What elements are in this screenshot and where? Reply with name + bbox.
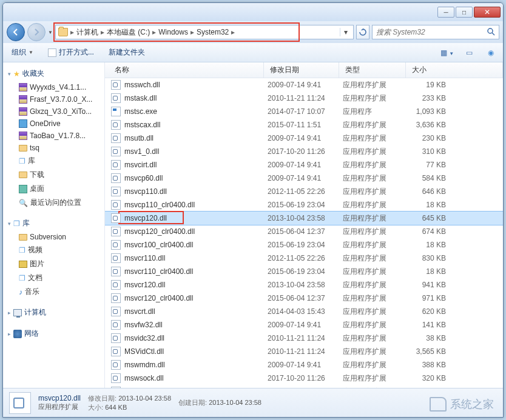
file-row[interactable]: msvcr110.dll 2012-11-05 22:26 应用程序扩展 830… <box>105 252 503 265</box>
breadcrumb-drive-c[interactable]: 本地磁盘 (C:) <box>107 27 150 38</box>
nav-history-dropdown[interactable]: ▼ <box>48 30 53 35</box>
sidebar-item[interactable]: Frasf_V3.7.0.0_X... <box>3 93 104 105</box>
file-size: 19 KB <box>410 81 451 89</box>
column-header-date[interactable]: 修改日期 <box>264 62 339 78</box>
back-button[interactable] <box>7 23 25 41</box>
star-icon: ★ <box>13 70 20 78</box>
file-row[interactable]: mstsc.exe 2014-07-17 10:07 应用程序 1,093 KB <box>105 105 503 118</box>
new-folder-button[interactable]: 新建文件夹 <box>105 45 149 59</box>
file-size: 645 KB <box>410 214 451 222</box>
column-header-type[interactable]: 类型 <box>339 62 406 78</box>
sidebar-item[interactable]: tsq <box>3 142 104 154</box>
column-header-name[interactable]: 名称 <box>105 62 264 78</box>
file-row[interactable]: msvcr100_clr0400.dll 2015-06-19 23:04 应用… <box>105 238 503 252</box>
refresh-button[interactable] <box>356 25 369 39</box>
breadcrumb-windows[interactable]: Windows <box>158 28 188 36</box>
file-row[interactable]: MSVidCtl.dll 2010-11-21 11:24 应用程序扩展 3,5… <box>105 345 503 358</box>
dll-icon <box>111 93 121 103</box>
column-header-size[interactable]: 大小 <box>406 62 503 78</box>
file-row[interactable]: msv1_0.dll 2017-10-20 11:26 应用程序扩展 310 K… <box>105 145 503 158</box>
forward-button[interactable] <box>27 23 46 41</box>
sidebar-network-header[interactable]: ▸ 网络 <box>3 326 104 341</box>
file-row[interactable]: mswmdm.dll 2009-07-14 9:41 应用程序扩展 388 KB <box>105 358 503 372</box>
file-size: 620 KB <box>410 307 451 316</box>
file-type: 应用程序扩展 <box>343 93 410 104</box>
sidebar-item[interactable]: Subversion <box>3 231 104 243</box>
titlebar: ─ □ ✕ <box>3 3 503 21</box>
chevron-right-icon[interactable]: ▸ <box>70 28 74 36</box>
organize-button[interactable]: 组织 ▼ <box>8 45 37 59</box>
sidebar-item[interactable]: ❐文档 <box>3 271 104 285</box>
help-button[interactable]: ◉ <box>484 48 498 57</box>
sidebar-item[interactable]: 🔍最近访问的位置 <box>3 196 104 210</box>
address-dropdown-button[interactable]: ▾ <box>340 28 351 36</box>
sidebar-libraries-header[interactable]: ▾ ❐ 库 <box>3 216 104 231</box>
sidebar-item[interactable]: 桌面 <box>3 182 104 196</box>
sidebar-item[interactable]: ❐库 <box>3 154 104 168</box>
dll-icon <box>111 280 121 290</box>
file-row[interactable]: msvcrt.dll 2014-04-03 15:43 应用程序扩展 620 K… <box>105 305 503 318</box>
file-name: msvcr120_clr0400.dll <box>124 294 193 302</box>
file-row[interactable]: msvcirt.dll 2009-07-14 9:41 应用程序扩展 77 KB <box>105 158 503 172</box>
sidebar-item[interactable]: TaoBao_V1.7.8... <box>3 130 104 142</box>
address-bar[interactable]: ▸ 计算机 ▸ 本地磁盘 (C:) ▸ Windows ▸ System32 ▸… <box>55 25 354 39</box>
sidebar-item-label: tsq <box>30 144 39 152</box>
breadcrumb-system32[interactable]: System32 <box>197 28 229 36</box>
chevron-right-icon[interactable]: ▸ <box>101 28 104 36</box>
library-icon: ❐ <box>19 157 25 165</box>
sidebar-item[interactable]: Glxzq_V3.0_XiTo... <box>3 105 104 118</box>
chevron-right-icon[interactable]: ▸ <box>152 28 156 36</box>
file-row[interactable]: msvcr120.dll 2013-10-04 23:58 应用程序扩展 941… <box>105 278 503 292</box>
file-row[interactable]: msvcp110.dll 2012-11-05 22:26 应用程序扩展 646… <box>105 185 503 198</box>
sidebar-item[interactable]: OneDrive <box>3 118 104 130</box>
file-row[interactable]: msvidc32.dll 2010-11-21 11:24 应用程序扩展 38 … <box>105 332 503 345</box>
explorer-window: ─ □ ✕ ▼ ▸ 计算机 ▸ 本地磁盘 (C:) ▸ Windows ▸ Sy… <box>2 2 504 418</box>
file-name: msutb.dll <box>124 134 153 142</box>
file-row[interactable]: msvcr110_clr0400.dll 2015-06-19 23:04 应用… <box>105 265 503 278</box>
sidebar-item[interactable]: Wyyxds_V4.1.1... <box>3 81 104 93</box>
breadcrumb-computer[interactable]: 计算机 <box>76 27 98 38</box>
file-size: 18 KB <box>410 201 451 209</box>
file-type: 应用程序扩展 <box>343 373 410 384</box>
search-input[interactable] <box>376 28 487 36</box>
library-icon: ❐ <box>19 274 25 282</box>
file-date: 2009-07-14 9:41 <box>268 81 343 89</box>
sidebar-item[interactable]: 图片 <box>3 257 104 271</box>
search-box[interactable] <box>372 25 499 39</box>
file-type: 应用程序扩展 <box>343 253 410 264</box>
chevron-right-icon[interactable]: ▸ <box>191 28 194 36</box>
maximize-button[interactable]: □ <box>456 7 473 18</box>
expand-icon: ▾ <box>8 221 11 227</box>
sidebar-item[interactable]: ♪音乐 <box>3 285 104 299</box>
sidebar-item-label: TaoBao_V1.7.8... <box>30 132 86 140</box>
file-date: 2017-10-20 11:26 <box>268 147 343 156</box>
open-with-button[interactable]: 打开方式... <box>44 45 98 59</box>
sidebar-item[interactable]: ❐视频 <box>3 243 104 257</box>
file-row[interactable]: msvfw32.dll 2009-07-14 9:41 应用程序扩展 141 K… <box>105 318 503 332</box>
dll-icon <box>111 120 121 130</box>
sidebar-favorites-header[interactable]: ▾ ★ 收藏夹 <box>3 66 104 81</box>
search-icon[interactable] <box>487 27 495 38</box>
preview-pane-button[interactable]: ▭ <box>462 48 476 57</box>
file-row[interactable]: mswsock.dll 2017-10-20 11:26 应用程序扩展 320 … <box>105 372 503 385</box>
file-row[interactable]: msvcp120_clr0400.dll 2015-06-04 12:37 应用… <box>105 225 503 238</box>
file-row[interactable]: msvcr120_clr0400.dll 2015-06-04 12:37 应用… <box>105 292 503 305</box>
file-type-icon <box>9 392 31 414</box>
close-button[interactable]: ✕ <box>474 7 501 18</box>
view-options-button[interactable]: ▦ ▼ <box>440 48 454 57</box>
file-list[interactable]: msswch.dll 2009-07-14 9:41 应用程序扩展 19 KB … <box>105 78 503 388</box>
minimize-button[interactable]: ─ <box>437 7 454 18</box>
file-row[interactable]: msvcp120.dll 2013-10-04 23:58 应用程序扩展 645… <box>105 212 503 225</box>
file-row[interactable]: msvcp60.dll 2009-07-14 9:41 应用程序扩展 584 K… <box>105 172 503 185</box>
file-row[interactable]: msswch.dll 2009-07-14 9:41 应用程序扩展 19 KB <box>105 78 503 92</box>
nav-bar: ▼ ▸ 计算机 ▸ 本地磁盘 (C:) ▸ Windows ▸ System32… <box>3 21 503 43</box>
file-size: 3,565 KB <box>410 347 451 356</box>
expand-icon: ▾ <box>8 71 11 77</box>
sidebar-computer-header[interactable]: ▸ 计算机 <box>3 305 104 320</box>
file-row[interactable]: msutb.dll 2009-07-14 9:41 应用程序扩展 230 KB <box>105 132 503 145</box>
sidebar-item[interactable]: 下载 <box>3 168 104 182</box>
chevron-right-icon[interactable]: ▸ <box>231 28 235 36</box>
file-row[interactable]: mstask.dll 2010-11-21 11:24 应用程序扩展 233 K… <box>105 92 503 105</box>
file-row[interactable]: msvcp110_clr0400.dll 2015-06-19 23:04 应用… <box>105 198 503 212</box>
file-row[interactable]: mstscax.dll 2015-07-11 1:51 应用程序扩展 3,636… <box>105 118 503 132</box>
